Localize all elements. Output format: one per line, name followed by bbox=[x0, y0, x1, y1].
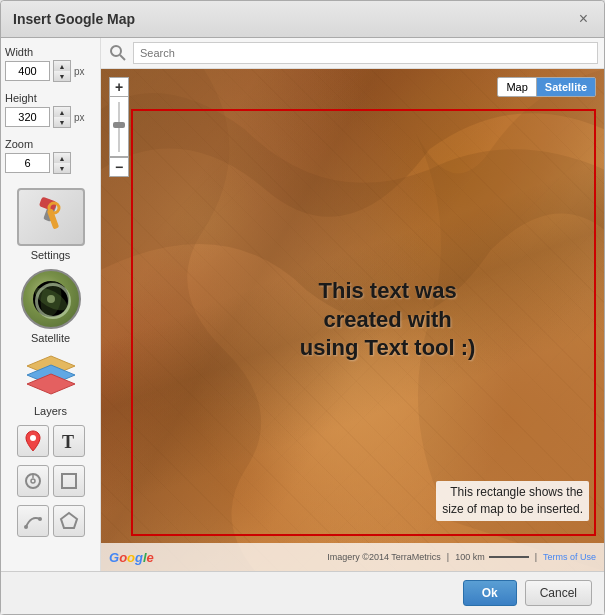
height-spinner-buttons: ▲ ▼ bbox=[53, 106, 71, 128]
settings-tool-section: Settings bbox=[5, 188, 96, 261]
zoom-label: Zoom bbox=[5, 138, 96, 150]
zoom-spinner-buttons: ▲ ▼ bbox=[53, 152, 71, 174]
height-input[interactable] bbox=[5, 107, 50, 127]
svg-line-21 bbox=[120, 55, 125, 60]
zoom-input[interactable] bbox=[5, 153, 50, 173]
scale-label: 100 km bbox=[455, 552, 485, 562]
zoom-handle[interactable] bbox=[113, 122, 125, 128]
satellite-label: Satellite bbox=[31, 332, 70, 344]
width-label: Width bbox=[5, 46, 96, 58]
scale-line bbox=[489, 556, 529, 558]
map-type-buttons: Map Satellite bbox=[497, 77, 596, 97]
zoom-down-button[interactable]: ▼ bbox=[54, 163, 70, 173]
terms-link[interactable]: Terms of Use bbox=[543, 552, 596, 562]
map-type-satellite-button[interactable]: Satellite bbox=[537, 78, 595, 96]
zoom-in-button[interactable]: + bbox=[109, 77, 129, 97]
imagery-credit: Imagery ©2014 TerraMetrics bbox=[327, 552, 441, 562]
svg-marker-19 bbox=[61, 513, 77, 528]
marker-tool-button[interactable] bbox=[17, 425, 49, 457]
settings-label: Settings bbox=[31, 249, 71, 261]
dialog-title: Insert Google Map bbox=[13, 11, 135, 27]
svg-point-17 bbox=[24, 525, 28, 529]
circle-icon bbox=[23, 471, 43, 491]
satellite-svg-icon bbox=[31, 279, 71, 319]
width-field-group: Width ▲ ▼ px bbox=[5, 46, 96, 82]
height-spinner-row: ▲ ▼ px bbox=[5, 106, 96, 128]
tool-row-2 bbox=[5, 465, 96, 497]
zoom-up-button[interactable]: ▲ bbox=[54, 153, 70, 163]
insert-google-map-dialog: Insert Google Map × Width ▲ ▼ px Height bbox=[0, 0, 605, 615]
search-input[interactable] bbox=[133, 42, 598, 64]
zoom-spinner-row: ▲ ▼ bbox=[5, 152, 96, 174]
zoom-out-button[interactable]: − bbox=[109, 157, 129, 177]
polygon-tool-button[interactable] bbox=[53, 505, 85, 537]
height-label: Height bbox=[5, 92, 96, 104]
map-area: Map Satellite + − This bbox=[101, 38, 604, 571]
svg-point-7 bbox=[47, 295, 55, 303]
search-icon bbox=[107, 42, 129, 64]
height-unit: px bbox=[74, 112, 85, 123]
circle-tool-button[interactable] bbox=[17, 465, 49, 497]
svg-point-18 bbox=[38, 517, 42, 521]
text-icon: T bbox=[59, 430, 79, 452]
zoom-controls: + − bbox=[109, 77, 129, 177]
svg-point-20 bbox=[111, 46, 121, 56]
map-type-map-button[interactable]: Map bbox=[498, 78, 536, 96]
footer-separator-2: | bbox=[535, 552, 537, 562]
width-unit: px bbox=[74, 66, 85, 77]
zoom-slider[interactable] bbox=[109, 97, 129, 157]
polygon-icon bbox=[59, 511, 79, 531]
footer-separator: | bbox=[447, 552, 449, 562]
svg-point-14 bbox=[31, 479, 35, 483]
map-footer-right: Imagery ©2014 TerraMetrics | 100 km | Te… bbox=[327, 552, 596, 562]
width-spinner-buttons: ▲ ▼ bbox=[53, 60, 71, 82]
rectangle-tool-button[interactable] bbox=[53, 465, 85, 497]
scale-bar: 100 km bbox=[455, 552, 529, 562]
marker-icon bbox=[23, 429, 43, 453]
rectangle-icon bbox=[59, 471, 79, 491]
dialog-header: Insert Google Map × bbox=[1, 1, 604, 38]
map-container[interactable]: Map Satellite + − This bbox=[101, 69, 604, 571]
close-button[interactable]: × bbox=[575, 9, 592, 29]
layers-label: Layers bbox=[34, 405, 67, 417]
cancel-button[interactable]: Cancel bbox=[525, 580, 592, 606]
width-input[interactable] bbox=[5, 61, 50, 81]
text-tool-button[interactable]: T bbox=[53, 425, 85, 457]
width-spinner-row: ▲ ▼ px bbox=[5, 60, 96, 82]
svg-point-11 bbox=[30, 435, 36, 441]
terrain-svg bbox=[101, 69, 604, 571]
zoom-track bbox=[118, 102, 120, 152]
width-down-button[interactable]: ▼ bbox=[54, 71, 70, 81]
satellite-icon[interactable] bbox=[21, 269, 81, 329]
settings-icon[interactable] bbox=[17, 188, 85, 246]
dialog-body: Width ▲ ▼ px Height ▲ ▼ bbox=[1, 38, 604, 571]
height-down-button[interactable]: ▼ bbox=[54, 117, 70, 127]
width-up-button[interactable]: ▲ bbox=[54, 61, 70, 71]
tool-row-3 bbox=[5, 505, 96, 537]
layers-tool-section: Layers bbox=[5, 350, 96, 417]
tool-row-1: T bbox=[5, 425, 96, 457]
layers-icon[interactable] bbox=[19, 350, 83, 402]
path-tool-button[interactable] bbox=[17, 505, 49, 537]
height-field-group: Height ▲ ▼ px bbox=[5, 92, 96, 128]
google-logo: Google bbox=[109, 550, 154, 565]
zoom-field-group: Zoom ▲ ▼ bbox=[5, 138, 96, 174]
map-background bbox=[101, 69, 604, 571]
svg-point-4 bbox=[33, 281, 69, 317]
ok-button[interactable]: Ok bbox=[463, 580, 517, 606]
search-bar bbox=[101, 38, 604, 69]
map-footer: Google Imagery ©2014 TerraMetrics | 100 … bbox=[101, 543, 604, 571]
svg-rect-16 bbox=[62, 474, 76, 488]
height-up-button[interactable]: ▲ bbox=[54, 107, 70, 117]
settings-svg-icon bbox=[26, 195, 76, 239]
layers-svg-icon bbox=[23, 352, 79, 400]
dialog-footer: Ok Cancel bbox=[1, 571, 604, 614]
sidebar: Width ▲ ▼ px Height ▲ ▼ bbox=[1, 38, 101, 571]
svg-text:T: T bbox=[62, 432, 74, 452]
satellite-tool-section: Satellite bbox=[5, 269, 96, 344]
path-icon bbox=[23, 511, 43, 531]
